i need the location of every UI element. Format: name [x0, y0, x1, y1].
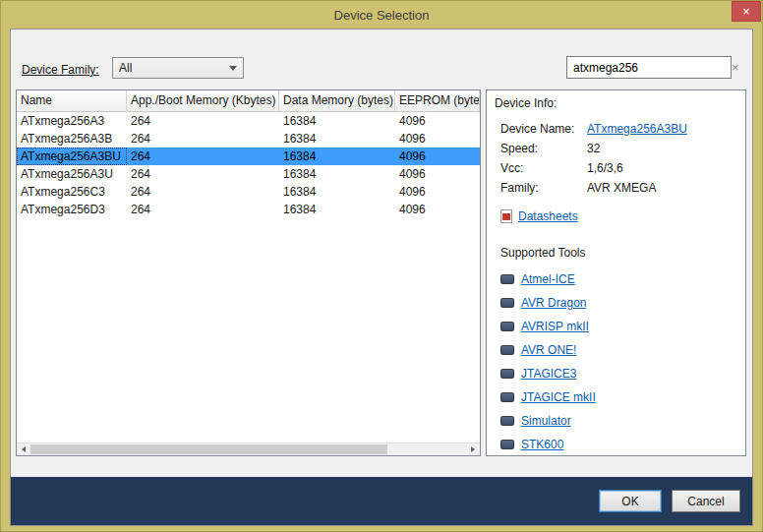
cell-memory: 264	[127, 112, 279, 130]
tool-item: JTAGICE3	[500, 362, 737, 385]
scroll-right-icon	[471, 446, 475, 452]
cell-data-memory: 16384	[279, 201, 395, 218]
cell-name: ATxmega256A3U	[17, 165, 127, 183]
supported-tools-title: Supported Tools	[500, 246, 737, 260]
cell-data-memory: 16384	[279, 165, 395, 183]
pdf-icon	[500, 209, 512, 223]
cancel-button[interactable]: Cancel	[672, 490, 740, 512]
speed-label: Speed:	[500, 142, 587, 155]
scroll-left-button[interactable]	[17, 443, 30, 455]
ok-button[interactable]: OK	[599, 490, 662, 512]
titlebar[interactable]: Device Selection ×	[1, 1, 762, 29]
family-label: Family:	[500, 181, 587, 195]
tool-link[interactable]: STK600	[521, 438, 563, 451]
table-row[interactable]: ATxmega256C3 264 16384 4096	[17, 183, 480, 201]
cell-memory: 264	[127, 148, 279, 165]
tool-icon	[500, 416, 514, 426]
table-header: Name App./Boot Memory (Kbytes) Data Memo…	[17, 90, 480, 112]
tool-link[interactable]: Simulator	[521, 414, 571, 428]
column-header-name[interactable]: Name	[17, 90, 127, 112]
tool-link[interactable]: JTAGICE mkII	[521, 390, 596, 404]
device-table: Name App./Boot Memory (Kbytes) Data Memo…	[16, 89, 481, 456]
device-name-label: Device Name:	[500, 122, 587, 136]
tool-icon	[500, 392, 514, 402]
search-input[interactable]	[567, 61, 732, 75]
field-speed: Speed: 32	[500, 142, 737, 161]
cell-name: ATxmega256A3BU	[17, 148, 127, 165]
device-name-link[interactable]: ATxmega256A3BU	[587, 122, 687, 136]
vcc-label: Vcc:	[500, 161, 587, 175]
tool-icon	[500, 369, 514, 379]
column-header-memory[interactable]: App./Boot Memory (Kbytes)	[127, 90, 279, 112]
cell-eeprom: 4096	[395, 165, 480, 183]
cell-memory: 264	[127, 165, 279, 183]
table-row[interactable]: ATxmega256A3 264 16384 4096	[17, 112, 480, 130]
close-icon: ×	[742, 5, 750, 18]
device-family-value: All	[119, 61, 229, 75]
field-family: Family: AVR XMEGA	[500, 181, 737, 201]
tool-link[interactable]: JTAGICE3	[521, 367, 576, 381]
clear-search-icon[interactable]: ×	[732, 60, 739, 75]
scroll-right-button[interactable]	[466, 443, 480, 455]
table-row[interactable]: ATxmega256A3BU 264 16384 4096	[17, 148, 480, 165]
tool-item: AVR Dragon	[500, 291, 737, 315]
device-family-dropdown[interactable]: All	[112, 57, 244, 79]
cell-memory: 264	[127, 130, 279, 148]
footer-bar: OK Cancel	[11, 477, 752, 525]
cell-data-memory: 16384	[279, 130, 395, 148]
tool-icon	[500, 440, 514, 449]
device-family-label: Device Family:	[22, 63, 99, 77]
cell-eeprom: 4096	[395, 148, 480, 165]
device-info-fields: Device Name: ATxmega256A3BU Speed: 32 Vc…	[500, 122, 737, 201]
tool-link[interactable]: Atmel-ICE	[521, 272, 575, 286]
cell-eeprom: 4096	[395, 130, 480, 148]
table-row[interactable]: ATxmega256D3 264 16384 4096	[17, 201, 480, 218]
scrollbar-track[interactable]	[30, 443, 466, 455]
column-header-data-memory[interactable]: Data Memory (bytes)	[279, 90, 395, 112]
datasheets-row: Datasheets	[500, 207, 737, 226]
table-row[interactable]: ATxmega256A3U 264 16384 4096	[17, 165, 480, 183]
family-value: AVR XMEGA	[587, 181, 656, 195]
table-row[interactable]: ATxmega256A3B 264 16384 4096	[17, 130, 480, 148]
device-info-title: Device Info:	[495, 96, 737, 110]
cell-memory: 264	[127, 201, 279, 218]
tool-item: Atmel-ICE	[500, 267, 737, 291]
cell-data-memory: 16384	[279, 112, 395, 130]
window-title: Device Selection	[334, 8, 430, 23]
cell-name: ATxmega256D3	[17, 201, 127, 218]
vcc-value: 1,6/3,6	[587, 161, 623, 175]
tool-icon	[500, 274, 514, 284]
cell-name: ATxmega256A3B	[17, 130, 127, 148]
speed-value: 32	[587, 142, 600, 155]
supported-tools-list: Atmel-ICE AVR Dragon AVRISP mkII AVR ONE…	[500, 267, 737, 456]
tool-link[interactable]: AVR Dragon	[521, 296, 586, 310]
column-header-eeprom[interactable]: EEPROM (bytes)	[395, 90, 480, 112]
horizontal-scrollbar[interactable]	[17, 443, 480, 455]
cell-data-memory: 16384	[279, 148, 395, 165]
tool-link[interactable]: AVR ONE!	[521, 343, 576, 357]
cell-name: ATxmega256C3	[17, 183, 127, 201]
tool-item: Simulator	[500, 409, 737, 433]
tool-item: AVRISP mkII	[500, 315, 737, 338]
cell-data-memory: 16384	[279, 183, 395, 201]
cell-eeprom: 4096	[395, 183, 480, 201]
device-table-body: ATxmega256A3 264 16384 4096 ATxmega256A3…	[17, 112, 480, 218]
tool-link[interactable]: AVRISP mkII	[521, 320, 589, 333]
tool-icon	[500, 298, 514, 308]
chevron-down-icon	[229, 66, 237, 71]
cell-eeprom: 4096	[395, 201, 480, 218]
content-area: Device Family: All × Name App./Boot Memo…	[11, 30, 752, 477]
tool-icon	[500, 345, 514, 355]
field-device-name: Device Name: ATxmega256A3BU	[500, 122, 737, 142]
search-box: ×	[566, 56, 732, 79]
close-button[interactable]: ×	[732, 1, 761, 22]
datasheets-link[interactable]: Datasheets	[518, 209, 578, 223]
client-area: Device Family: All × Name App./Boot Memo…	[10, 29, 753, 526]
device-selection-dialog: Device Selection × Device Family: All × …	[0, 0, 763, 532]
scrollbar-thumb[interactable]	[30, 444, 387, 454]
tool-item: AVR ONE!	[500, 338, 737, 362]
cell-memory: 264	[127, 183, 279, 201]
device-info-panel: Device Info: Device Name: ATxmega256A3BU…	[486, 89, 746, 456]
cell-name: ATxmega256A3	[17, 112, 127, 130]
scroll-left-icon	[22, 446, 26, 452]
